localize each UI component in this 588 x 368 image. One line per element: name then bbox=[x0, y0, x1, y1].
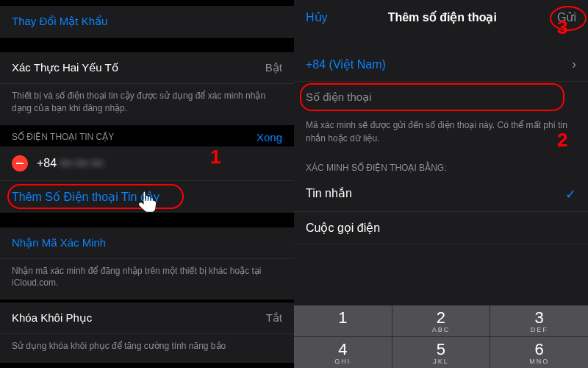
trusted-header: SỐ ĐIỆN THOẠI TIN CẬY Xong bbox=[0, 125, 294, 146]
phone-input[interactable] bbox=[306, 91, 576, 103]
key-4[interactable]: 4GHI bbox=[294, 337, 392, 368]
get-code-row[interactable]: Nhận Mã Xác Minh bbox=[0, 227, 294, 259]
chevron-right-icon: › bbox=[572, 57, 576, 72]
get-code-footer: Nhận mã xác minh để đăng nhập trên một t… bbox=[0, 259, 294, 300]
key-1[interactable]: 1 bbox=[294, 305, 392, 336]
info-text: Mã xác minh sẽ được gửi đến số điện thoạ… bbox=[294, 113, 588, 157]
verify-call-row[interactable]: Cuộc gọi điện bbox=[294, 212, 588, 244]
two-factor-label: Xác Thực Hai Yếu Tố bbox=[12, 61, 118, 74]
recovery-key-value: Tắt bbox=[266, 311, 282, 325]
key-5[interactable]: 5JKL bbox=[392, 337, 490, 368]
modal-title: Thêm số điện thoại bbox=[388, 10, 497, 24]
trusted-phone-row[interactable]: +84 ••• ••• ••• bbox=[0, 146, 294, 181]
annotation-marker-2: 2 bbox=[557, 129, 567, 152]
phone-prefix: +84 bbox=[37, 157, 57, 170]
pointer-icon bbox=[131, 188, 162, 222]
done-button[interactable]: Xong bbox=[257, 131, 282, 144]
verify-header: XÁC MINH SỐ ĐIỆN THOẠI BẰNG: bbox=[294, 157, 588, 177]
cancel-button[interactable]: Hủy bbox=[306, 10, 328, 24]
country-row[interactable]: +84 (Việt Nam) › bbox=[294, 48, 588, 82]
recovery-footer: Sử dụng khóa khôi phục để tăng cường tín… bbox=[0, 334, 294, 363]
check-icon: ✓ bbox=[565, 186, 576, 202]
modal-nav: Hủy Thêm số điện thoại Gửi bbox=[294, 0, 588, 35]
verify-sms-label: Tin nhắn bbox=[306, 186, 352, 202]
country-label: +84 (Việt Nam) bbox=[306, 57, 386, 71]
change-password-row[interactable]: Thay Đổi Mật Khẩu bbox=[0, 6, 294, 38]
two-factor-footer: Thiết bị và số điện thoại tin cậy được s… bbox=[0, 84, 294, 125]
annotation-marker-3: 3 bbox=[557, 16, 567, 39]
two-factor-row[interactable]: Xác Thực Hai Yếu Tố Bật bbox=[0, 52, 294, 84]
key-6[interactable]: 6MNO bbox=[490, 337, 588, 368]
left-screenshot: Thay Đổi Mật Khẩu Xác Thực Hai Yếu Tố Bậ… bbox=[0, 0, 294, 368]
verify-sms-row[interactable]: Tin nhắn ✓ bbox=[294, 177, 588, 212]
recovery-key-label: Khóa Khôi Phục bbox=[12, 311, 92, 325]
right-screenshot: Hủy Thêm số điện thoại Gửi +84 (Việt Nam… bbox=[294, 0, 588, 368]
numeric-keypad: 1 2ABC 3DEF 4GHI 5JKL 6MNO bbox=[294, 305, 588, 368]
two-factor-value: Bật bbox=[265, 61, 282, 74]
recovery-key-row[interactable]: Khóa Khôi Phục Tắt bbox=[0, 302, 294, 334]
key-3[interactable]: 3DEF bbox=[490, 305, 588, 336]
annotation-marker-1: 1 bbox=[210, 146, 220, 169]
phone-input-row[interactable] bbox=[294, 82, 588, 113]
remove-icon[interactable] bbox=[12, 155, 28, 171]
phone-hidden: ••• ••• ••• bbox=[60, 157, 103, 170]
key-2[interactable]: 2ABC bbox=[392, 305, 490, 336]
verify-call-label: Cuộc gọi điện bbox=[306, 221, 380, 235]
